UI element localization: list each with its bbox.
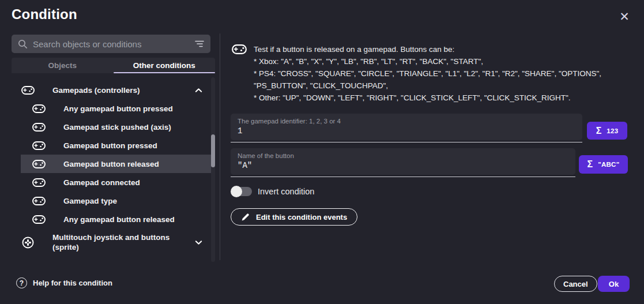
- field-underline: [231, 142, 582, 142]
- sigma-icon: Σ: [596, 126, 602, 136]
- tab-objects[interactable]: Objects: [12, 58, 114, 73]
- tab-label: Other conditions: [133, 61, 195, 70]
- tab-bar: Objects Other conditions: [12, 58, 215, 73]
- description-line: "PS_BUTTON", "CLICK_TOUCHPAD",: [254, 80, 641, 92]
- condition-dialog: Condition ✕ Objects Other conditions Gam…: [0, 0, 644, 304]
- gamepad-icon: [32, 141, 46, 150]
- gamepad-icon: [32, 123, 46, 132]
- field-label: Name of the button: [238, 152, 568, 159]
- ok-button[interactable]: Ok: [598, 276, 630, 292]
- list-item-any-gamepad-button-pressed[interactable]: Any gamepad button pressed: [21, 99, 215, 118]
- description-line: Test if a button is released on a gamepa…: [254, 43, 641, 55]
- list-item-label: Gamepads (controllers): [52, 86, 140, 95]
- list-scrollbar-thumb[interactable]: [211, 134, 215, 167]
- list-item-gamepad-stick-pushed[interactable]: Gamepad stick pushed (axis): [21, 118, 215, 136]
- tab-label: Objects: [48, 61, 77, 70]
- button-name-field[interactable]: Name of the button "A": [231, 148, 575, 177]
- pencil-icon: [241, 213, 250, 222]
- list-item-label: Any gamepad button pressed: [63, 104, 173, 113]
- list-group-gamepads[interactable]: Gamepads (controllers): [21, 81, 215, 99]
- expression-editor-button-number[interactable]: Σ 123: [587, 122, 627, 140]
- gamepad-icon: [32, 160, 46, 168]
- edit-condition-events-label: Edit this condition events: [256, 213, 347, 222]
- field-value[interactable]: 1: [238, 126, 575, 136]
- list-item-gamepad-type[interactable]: Gamepad type: [21, 192, 215, 210]
- description-line: * Xbox: "A", "B", "X", "Y", "LB", "RB", …: [254, 55, 641, 67]
- list-item-any-gamepad-button-released[interactable]: Any gamepad button released: [21, 210, 215, 228]
- expression-button-label: 123: [607, 127, 618, 134]
- active-tab-underline: [114, 72, 216, 73]
- page-title: Condition: [12, 6, 77, 22]
- gamepad-icon: [32, 197, 46, 205]
- toggle-knob[interactable]: [231, 186, 242, 197]
- field-background: The gamepad identifier: 1, 2, 3 or 4 1: [231, 114, 582, 140]
- question-mark-icon: ?: [16, 277, 27, 288]
- list-item-label: Gamepad type: [63, 197, 117, 205]
- conditions-list: Gamepads (controllers) Any gamepad butto…: [0, 81, 220, 256]
- list-item-label: Gamepad button released: [63, 160, 159, 168]
- multitouch-joystick-icon: [21, 237, 35, 249]
- gamepad-icon: [32, 104, 46, 113]
- field-underline: [231, 177, 575, 177]
- description-line: * PS4: "CROSS", "SQUARE", "CIRCLE", "TRI…: [254, 67, 641, 80]
- list-item-label: Gamepad button pressed: [63, 141, 157, 150]
- condition-description: Test if a button is released on a gamepa…: [254, 43, 641, 104]
- invert-condition-label: Invert condition: [258, 187, 314, 196]
- field-label: The gamepad identifier: 1, 2, 3 or 4: [238, 118, 575, 125]
- list-item-label: Any gamepad button released: [63, 215, 175, 224]
- tab-other-conditions[interactable]: Other conditions: [114, 58, 216, 73]
- edit-condition-events-button[interactable]: Edit this condition events: [231, 208, 357, 226]
- gamepad-icon: [32, 178, 46, 187]
- filter-icon[interactable]: [195, 40, 204, 47]
- cancel-button[interactable]: Cancel: [554, 276, 597, 292]
- panel-divider: [220, 33, 220, 260]
- field-value[interactable]: "A": [238, 161, 568, 170]
- help-label: Help for this condition: [33, 279, 112, 287]
- sigma-icon: Σ: [587, 159, 593, 170]
- description-line: * Other: "UP", "DOWN", "LEFT", "RIGHT", …: [254, 92, 641, 104]
- gamepad-icon: [232, 44, 247, 57]
- list-item-label: Gamepad connected: [63, 178, 140, 187]
- list-scrollbar-track[interactable]: [211, 77, 215, 262]
- search-input[interactable]: [33, 39, 190, 49]
- search-icon: [18, 39, 28, 49]
- list-item-gamepad-button-pressed[interactable]: Gamepad button pressed: [21, 136, 215, 155]
- field-background: Name of the button "A": [231, 148, 575, 175]
- chevron-up-icon[interactable]: [195, 88, 202, 93]
- gamepad-identifier-field[interactable]: The gamepad identifier: 1, 2, 3 or 4 1: [231, 114, 582, 142]
- list-item-label: Multitouch joystick and buttons (sprite): [52, 232, 175, 252]
- help-link[interactable]: ? Help for this condition: [16, 277, 112, 288]
- gamepad-icon: [21, 86, 35, 95]
- list-item-gamepad-connected[interactable]: Gamepad connected: [21, 173, 215, 192]
- invert-condition-toggle[interactable]: [231, 186, 253, 197]
- expression-editor-button-string[interactable]: Σ "ABC": [579, 155, 628, 174]
- gamepad-icon: [32, 215, 46, 224]
- list-item-label: Gamepad stick pushed (axis): [63, 123, 171, 132]
- close-icon[interactable]: ✕: [616, 7, 633, 25]
- expression-button-label: "ABC": [598, 161, 619, 168]
- list-item-gamepad-button-released[interactable]: Gamepad button released: [21, 155, 215, 173]
- chevron-down-icon[interactable]: [195, 240, 202, 245]
- list-group-multitouch-joystick[interactable]: Multitouch joystick and buttons (sprite): [21, 228, 215, 256]
- search-bar: [12, 35, 210, 53]
